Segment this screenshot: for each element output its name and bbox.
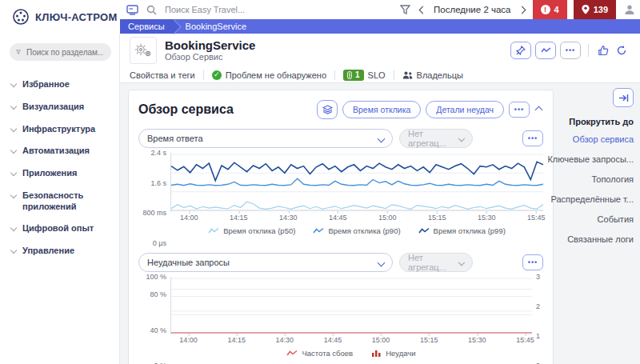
service-header: BookingService Обзор Сервис [120, 34, 640, 67]
divider [394, 70, 394, 80]
sidebar-item-app-security[interactable]: Безопасность приложений [0, 185, 119, 218]
logo-globe-icon [11, 7, 30, 26]
global-search-input[interactable] [163, 4, 259, 15]
rail-link-topology[interactable]: Топология [591, 174, 634, 184]
rail-link-key-requests[interactable]: Ключевые запросы... [547, 154, 634, 164]
legend-item[interactable]: Частота сбоев [286, 349, 353, 358]
problems-badge[interactable]: ! 4 [533, 0, 567, 19]
chart-line-icon [541, 46, 551, 54]
ellipsis-icon: ••• [514, 106, 524, 114]
time-range-back-button[interactable] [418, 7, 427, 13]
divider [203, 70, 204, 80]
sidebar-item-favorites[interactable]: Избранное [0, 74, 119, 96]
x-axis-label: 14:15 [230, 214, 248, 222]
service-type-icon [130, 37, 157, 64]
chart-canvas[interactable] [171, 153, 543, 212]
collapse-card-button[interactable] [534, 107, 543, 113]
header-actions: ••• [510, 42, 629, 59]
sidebar-search-input[interactable] [25, 47, 105, 58]
y-axis-label: 0 µs [153, 239, 166, 247]
chevron-down-icon [10, 147, 17, 154]
breadcrumb-current[interactable]: BookingService [174, 22, 246, 31]
location-pin-icon [582, 5, 590, 14]
layers-button[interactable] [317, 100, 338, 119]
x-axis-label: 14:00 [179, 336, 198, 344]
breadcrumb-section[interactable]: Сервисы [120, 19, 174, 34]
metric-select[interactable]: Время ответа [138, 129, 393, 148]
events-badge[interactable]: 139 [574, 0, 616, 19]
sidebar-item-label: Безопасность приложений [22, 190, 114, 213]
monitor-icon [126, 5, 138, 15]
pin-button[interactable] [510, 42, 531, 59]
analyze-chart-button[interactable] [535, 42, 556, 59]
x-axis-label: 15:45 [527, 214, 546, 222]
chevron-down-icon [10, 225, 17, 231]
breadcrumb: Сервисы BookingService [120, 19, 640, 34]
thumbs-up-icon [598, 45, 609, 56]
legend-item[interactable]: Неудачи [370, 349, 415, 358]
panel-controls: Время ответа Нет агрегац... ••• [138, 129, 543, 148]
failed-requests-chart[interactable]: 100 %80 %40 %0 % 14:0014:1514:3014:4515:… [138, 277, 543, 364]
refresh-icon [616, 45, 627, 56]
owners-item[interactable]: Владельцы [402, 70, 463, 80]
sidebar-item-applications[interactable]: Приложения [0, 162, 119, 185]
x-axis-label: 14:15 [227, 336, 246, 344]
logo-text: КЛЮЧ-АСТРОМ [35, 11, 118, 23]
panel-controls: Неудачные запросы Нет агрегац... ••• [138, 253, 543, 272]
sidebar-item-infrastructure[interactable]: Инфраструктура [0, 118, 119, 141]
owners-label: Владельцы [417, 70, 463, 80]
legend-item[interactable]: Время отклика (p90) [313, 226, 400, 235]
chevron-down-icon [10, 192, 17, 198]
refresh-button[interactable] [614, 45, 629, 56]
sidebar-item-label: Избранное [22, 79, 70, 90]
more-options-button[interactable]: ••• [560, 42, 581, 59]
search-icon [146, 5, 157, 15]
slo-item[interactable]: 1 SLO [343, 70, 386, 81]
rail-link-related-logs[interactable]: Связанные логи [567, 234, 634, 244]
legend-bars-icon [370, 350, 382, 357]
problem-exclamation-icon: ! [541, 5, 550, 14]
divider [334, 70, 335, 80]
user-profile-button[interactable] [622, 4, 640, 15]
sidebar-item-automation[interactable]: Автоматизация [0, 140, 119, 162]
collapse-rail-button[interactable] [613, 88, 634, 107]
panel-more-button[interactable]: ••• [522, 254, 543, 270]
chevron-down-icon [10, 125, 17, 131]
time-range-label[interactable]: Последние 2 часа [434, 5, 510, 14]
properties-tags-link[interactable]: Свойства и теги [130, 70, 195, 80]
page-subtitle: Обзор Сервис [165, 52, 502, 62]
chart-legend: Частота сбоевНеудачи [170, 349, 532, 358]
rail-link-service-overview[interactable]: Обзор сервиса [573, 134, 634, 144]
filter-button[interactable] [398, 5, 412, 14]
rail-link-distributed-traces[interactable]: Распределённые т... [551, 194, 634, 204]
card-header: Обзор сервиса Время отклика Детали неуда… [138, 100, 543, 119]
response-time-button[interactable]: Время отклика [342, 101, 421, 118]
time-range-forward-button[interactable] [518, 7, 526, 13]
sidebar-item-visualization[interactable]: Визуализация [0, 96, 119, 118]
thumbs-up-button[interactable] [596, 45, 610, 56]
response-time-chart[interactable]: 2.4 s1.6 s800 ms0 µs 14:0014:1514:3014:4… [138, 153, 543, 243]
legend-line-icon [418, 227, 430, 234]
content-area: Обзор сервиса Время отклика Детали неуда… [120, 83, 640, 364]
rail-link-events[interactable]: События [598, 214, 634, 224]
sidebar-search[interactable] [10, 43, 111, 61]
problem-status[interactable]: ✓ Проблем не обнаружено [212, 70, 326, 80]
main-area: BookingService Обзор Сервис [120, 34, 640, 364]
chart-canvas[interactable] [171, 277, 532, 334]
dashboard-monitor-button[interactable] [125, 5, 140, 15]
legend-label: Неудачи [386, 349, 415, 358]
x-axis-label: 14:00 [180, 214, 198, 222]
card-more-button[interactable]: ••• [509, 102, 530, 118]
y-axis-left: 100 %80 %40 %0 % [138, 277, 170, 364]
logo[interactable]: КЛЮЧ-АСТРОМ [0, 0, 120, 34]
panel-more-button[interactable]: ••• [522, 130, 543, 146]
sidebar-item-management[interactable]: Управление [0, 240, 119, 262]
legend-item[interactable]: Время отклика (p50) [208, 226, 295, 235]
failure-details-button[interactable]: Детали неудач [426, 101, 504, 118]
sidebar-item-digital-experience[interactable]: Цифровой опыт [0, 218, 119, 240]
legend-label: Время отклика (p99) [434, 226, 506, 235]
x-axis-label: 14:45 [324, 336, 342, 344]
service-overview-card: Обзор сервиса Время отклика Детали неуда… [128, 90, 554, 364]
metric-select[interactable]: Неудачные запросы [138, 253, 393, 272]
legend-item[interactable]: Время отклика (p99) [418, 226, 506, 235]
